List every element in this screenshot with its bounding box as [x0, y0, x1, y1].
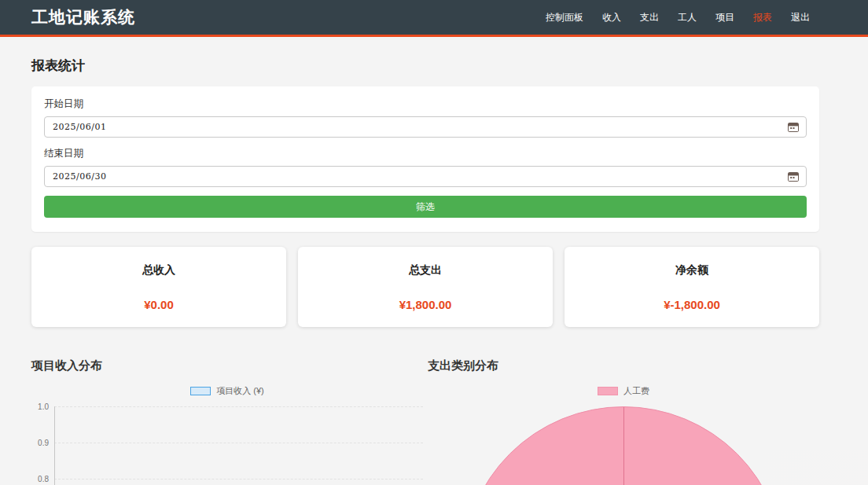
main-content: 报表统计 开始日期 2025/06/01 结束日期 2025/06/30 筛选 [31, 57, 819, 485]
gridline [54, 479, 423, 479]
expense-pie-chart [428, 406, 819, 485]
calendar-icon[interactable] [788, 122, 799, 132]
pie-slice-border [623, 407, 624, 485]
nav-item-expense[interactable]: 支出 [640, 11, 659, 24]
income-bar-chart: 1.0 0.9 0.8 [31, 406, 423, 485]
filter-button[interactable]: 筛选 [44, 196, 807, 218]
start-date-value: 2025/06/01 [53, 122, 106, 132]
end-date-value: 2025/06/30 [53, 171, 106, 182]
total-expense-value: ¥1,800.00 [306, 298, 545, 311]
nav-item-income[interactable]: 收入 [602, 11, 621, 24]
total-income-title: 总收入 [39, 263, 278, 277]
income-chart-title: 项目收入分布 [31, 358, 423, 373]
nav-item-workers[interactable]: 工人 [678, 11, 697, 24]
net-balance-value: ¥-1,800.00 [572, 298, 811, 311]
nav-item-reports[interactable]: 报表 [753, 11, 772, 24]
total-income-card: 总收入 ¥0.00 [31, 247, 286, 327]
end-date-label: 结束日期 [44, 147, 807, 160]
pie-fade-overlay [760, 450, 868, 485]
bar-legend-swatch [190, 387, 211, 395]
y-axis-tick: 1.0 [31, 402, 49, 411]
nav-item-projects[interactable]: 项目 [715, 11, 734, 24]
pie-slice-labor[interactable] [462, 406, 785, 485]
pie-legend-swatch [598, 387, 618, 395]
expense-chart-panel: 支出类别分布 人工费 [428, 358, 819, 485]
y-axis-line [54, 406, 55, 485]
gridline [54, 443, 423, 443]
end-date-input[interactable]: 2025/06/30 [44, 166, 807, 187]
pie-legend-label: 人工费 [623, 385, 649, 397]
income-chart-panel: 项目收入分布 项目收入 (¥) 1.0 0.9 0.8 [31, 358, 423, 485]
total-expense-card: 总支出 ¥1,800.00 [298, 247, 553, 327]
page-title: 报表统计 [31, 57, 819, 75]
bar-legend-label: 项目收入 (¥) [216, 385, 264, 397]
y-axis-tick: 0.8 [31, 475, 49, 483]
main-nav: 控制面板 收入 支出 工人 项目 报表 退出 [546, 11, 810, 24]
gridline [54, 406, 423, 407]
charts-section: 项目收入分布 项目收入 (¥) 1.0 0.9 0.8 支出类别分布 人工费 [31, 358, 819, 485]
net-balance-title: 净余额 [572, 263, 811, 277]
y-axis-tick: 0.9 [31, 439, 49, 447]
total-expense-title: 总支出 [306, 263, 545, 277]
nav-item-logout[interactable]: 退出 [791, 11, 810, 24]
start-date-label: 开始日期 [44, 97, 807, 111]
filter-panel: 开始日期 2025/06/01 结束日期 2025/06/30 筛选 [31, 86, 819, 232]
summary-cards: 总收入 ¥0.00 总支出 ¥1,800.00 净余额 ¥-1,800.00 [31, 247, 819, 327]
income-chart-legend[interactable]: 项目收入 (¥) [31, 385, 423, 397]
calendar-icon[interactable] [788, 171, 799, 182]
total-income-value: ¥0.00 [39, 298, 278, 311]
app-title: 工地记账系统 [31, 6, 135, 28]
net-balance-card: 净余额 ¥-1,800.00 [565, 247, 819, 327]
start-date-input[interactable]: 2025/06/01 [44, 116, 807, 138]
nav-item-dashboard[interactable]: 控制面板 [546, 11, 583, 24]
expense-chart-title: 支出类别分布 [428, 358, 819, 373]
expense-chart-legend[interactable]: 人工费 [428, 385, 819, 397]
top-navbar: 工地记账系统 控制面板 收入 支出 工人 项目 报表 退出 [0, 0, 868, 37]
